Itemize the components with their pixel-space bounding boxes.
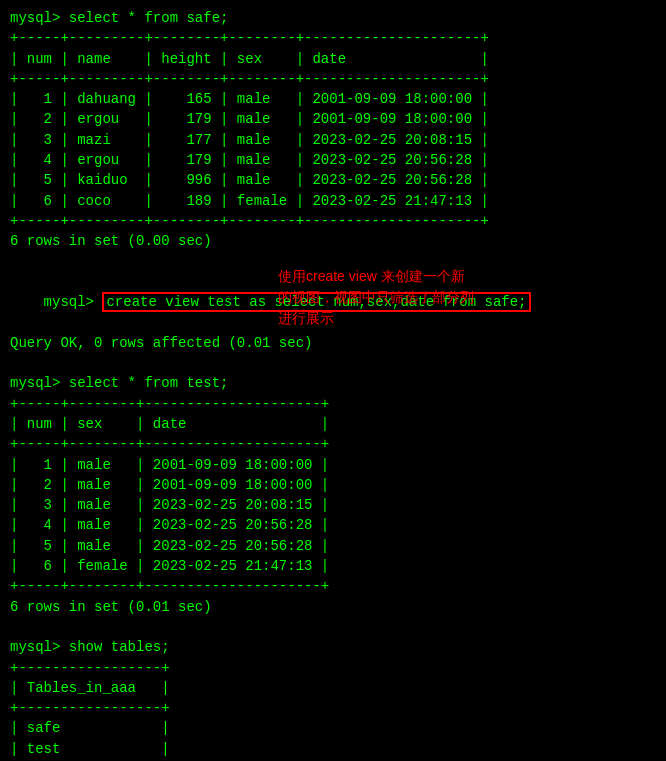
test-row-4: | 4 | male | 2023-02-25 20:56:28 | — [10, 515, 656, 535]
line-select-test: mysql> select * from test; — [10, 373, 656, 393]
test-row-1: | 1 | male | 2001-09-09 18:00:00 | — [10, 455, 656, 475]
table-row-6: | 6 | coco | 189 | female | 2023-02-25 2… — [10, 191, 656, 211]
table-header-1: | num | name | height | sex | date | — [10, 49, 656, 69]
test-row-2: | 2 | male | 2001-09-09 18:00:00 | — [10, 475, 656, 495]
blank-2 — [10, 353, 656, 373]
table2-header: | num | sex | date | — [10, 414, 656, 434]
table-row-2: | 2 | ergou | 179 | male | 2001-09-09 18… — [10, 109, 656, 129]
tables-sep-1: +-----------------+ — [10, 658, 656, 678]
line-select-safe: mysql> select * from safe; — [10, 8, 656, 28]
table-sep-3: +-----+---------+--------+--------+-----… — [10, 211, 656, 231]
table-sep-2: +-----+---------+--------+--------+-----… — [10, 69, 656, 89]
line-show-tables: mysql> show tables; — [10, 637, 656, 657]
annotation-text: 使用create view 来创建一个新的视图，视图中只筛选了部分列进行展示 — [278, 266, 478, 329]
rowcount-1: 6 rows in set (0.00 sec) — [10, 231, 656, 251]
table-row-5: | 5 | kaiduo | 996 | male | 2023-02-25 2… — [10, 170, 656, 190]
blank-3 — [10, 617, 656, 637]
rowcount-2: 6 rows in set (0.01 sec) — [10, 597, 656, 617]
test-row-3: | 3 | male | 2023-02-25 20:08:15 | — [10, 495, 656, 515]
tables-sep-2: +-----------------+ — [10, 698, 656, 718]
query-ok: Query OK, 0 rows affected (0.01 sec) — [10, 333, 656, 353]
table-row-4: | 4 | ergou | 179 | male | 2023-02-25 20… — [10, 150, 656, 170]
test-row-6: | 6 | female | 2023-02-25 21:47:13 | — [10, 556, 656, 576]
tables-row-safe: | safe | — [10, 718, 656, 738]
test-row-5: | 5 | male | 2023-02-25 20:56:28 | — [10, 536, 656, 556]
terminal-window: mysql> select * from safe; +-----+------… — [10, 8, 656, 761]
tables-row-test: | test | — [10, 739, 656, 759]
table2-sep-1: +-----+--------+---------------------+ — [10, 394, 656, 414]
tables-header: | Tables_in_aaa | — [10, 678, 656, 698]
table2-sep-2: +-----+--------+---------------------+ — [10, 434, 656, 454]
table-sep-1: +-----+---------+--------+--------+-----… — [10, 28, 656, 48]
table2-sep-3: +-----+--------+---------------------+ — [10, 576, 656, 596]
table-row-3: | 3 | mazi | 177 | male | 2023-02-25 20:… — [10, 130, 656, 150]
mysql-prompt-2: mysql> — [44, 294, 103, 310]
table-row-1: | 1 | dahuang | 165 | male | 2001-09-09 … — [10, 89, 656, 109]
